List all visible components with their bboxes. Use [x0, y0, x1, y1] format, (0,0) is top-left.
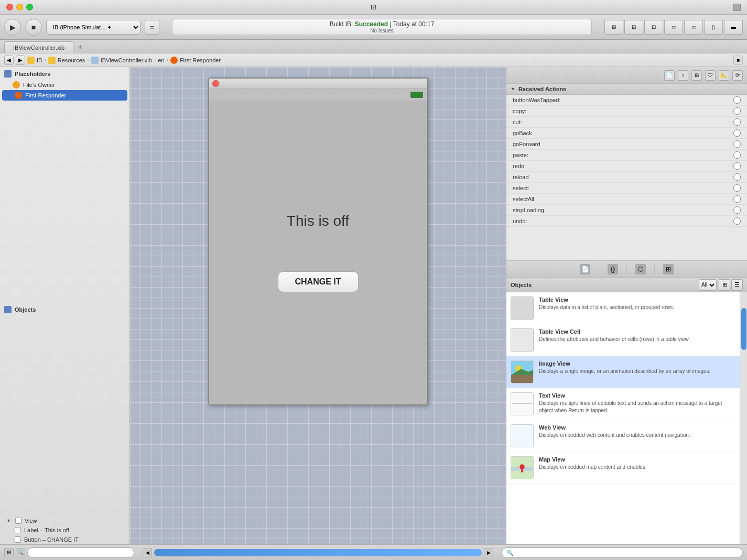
- change-it-button[interactable]: CHANGE IT: [278, 271, 359, 292]
- action-connect-circle[interactable]: [733, 162, 741, 170]
- library-grid-view-btn[interactable]: ⊞: [719, 279, 730, 291]
- left-search-input[interactable]: [27, 547, 134, 558]
- sim-close-button[interactable]: [212, 80, 219, 87]
- view-mode-6[interactable]: ▯: [704, 20, 723, 35]
- action-connect-circle[interactable]: [733, 129, 741, 137]
- canvas-nav-left[interactable]: ◀: [143, 548, 152, 557]
- canvas-nav-right[interactable]: ▶: [484, 548, 493, 557]
- center-status: ◀ ▶: [138, 548, 497, 557]
- view-mode-7[interactable]: ▬: [724, 20, 743, 35]
- library-list-view-btn[interactable]: ☰: [731, 279, 743, 291]
- objects-filter-select[interactable]: All: [699, 279, 717, 291]
- action-row: goBack: [506, 128, 747, 139]
- scheme-selector[interactable]: IB (iPhone Simulat... ✦: [46, 20, 140, 35]
- action-connect-circle[interactable]: [733, 118, 741, 126]
- collapse-button[interactable]: ■: [733, 56, 743, 65]
- right-status: [502, 547, 743, 558]
- build-label: Build IB:: [330, 20, 353, 28]
- breadcrumb-forward[interactable]: ▶: [16, 56, 25, 65]
- action-label: paste:: [513, 152, 733, 158]
- action-connect-circle[interactable]: [733, 184, 741, 192]
- library-items-list: Table View Displays data in a list of pl…: [506, 292, 740, 544]
- library-item-webview[interactable]: Web View Displays embedded web content a…: [506, 420, 740, 452]
- library-grid-btn[interactable]: ⊞: [663, 264, 674, 274]
- view-mode-2[interactable]: ⊟: [624, 20, 643, 35]
- action-row: goForward: [506, 139, 747, 150]
- textview-thumbnail: [511, 392, 534, 415]
- iphone-simulator: This is off CHANGE IT: [208, 78, 428, 405]
- stop-button[interactable]: ■: [25, 19, 42, 36]
- action-label: redo:: [513, 163, 733, 169]
- tableviewcell-thumbnail: [511, 328, 534, 352]
- view-mode-4[interactable]: ▭: [664, 20, 683, 35]
- sidebar-item-files-owner[interactable]: File's Owner: [0, 80, 129, 90]
- action-connect-circle[interactable]: [733, 217, 741, 225]
- inspector-file-btn[interactable]: 📄: [664, 70, 675, 81]
- view-mode-1[interactable]: ⊞: [604, 20, 623, 35]
- sidebar-item-button[interactable]: Button – CHANGE IT: [0, 535, 129, 544]
- action-connect-circle[interactable]: [733, 140, 741, 148]
- label-element[interactable]: This is off: [287, 213, 349, 229]
- library-item-tableview[interactable]: Table View Displays data in a list of pl…: [506, 292, 740, 324]
- view-checkbox[interactable]: [15, 518, 21, 524]
- action-connect-circle[interactable]: [733, 206, 741, 214]
- action-connect-circle[interactable]: [733, 96, 741, 104]
- library-item-desc: Displays a single image, or an animation…: [539, 368, 735, 375]
- resize-handle[interactable]: [733, 4, 741, 11]
- bc-item-resources[interactable]: Resources: [48, 57, 85, 64]
- library-item-textview[interactable]: Text View Displays multiple lines of edi…: [506, 388, 740, 420]
- breadcrumb-back[interactable]: ◀: [4, 56, 14, 65]
- sidebar-item-view[interactable]: ▼ View: [0, 516, 129, 525]
- action-row: cut:: [506, 117, 747, 128]
- objects-icon: [4, 306, 12, 313]
- file-icon: [91, 57, 99, 64]
- scrollbar-thumb[interactable]: [741, 308, 746, 350]
- action-label: copy:: [513, 108, 733, 114]
- sidebar-item-first-responder[interactable]: First Responder: [2, 90, 127, 101]
- inspector-ruler-btn[interactable]: 📐: [719, 70, 729, 81]
- bc-item-ib[interactable]: IB: [27, 57, 42, 64]
- right-search-input[interactable]: [502, 547, 743, 558]
- minimize-button[interactable]: [16, 4, 23, 10]
- sidebar-item-label[interactable]: Label – This is off: [0, 525, 129, 535]
- inspector-grid-btn[interactable]: ⊞: [691, 70, 702, 81]
- action-connect-circle[interactable]: [733, 173, 741, 181]
- play-button[interactable]: ▶: [4, 19, 21, 36]
- library-code-btn[interactable]: {}: [608, 264, 618, 274]
- action-row: buttonWasTapped:: [506, 95, 747, 106]
- label-checkbox[interactable]: [15, 527, 21, 533]
- status-icon-btn[interactable]: ⊞: [4, 548, 14, 557]
- status-search-btn[interactable]: 🔍: [16, 548, 25, 557]
- view-mode-3[interactable]: ⊡: [644, 20, 663, 35]
- action-connect-circle[interactable]: [733, 195, 741, 203]
- objects-section-header: Objects: [0, 101, 129, 516]
- maximize-button[interactable]: [26, 4, 33, 10]
- action-connect-circle[interactable]: [733, 107, 741, 115]
- library-cube-btn[interactable]: ⬡: [635, 264, 646, 274]
- bc-item-en[interactable]: en: [158, 57, 164, 63]
- build-status-panel: Build IB: Succeeded | Today at 00:17 No …: [172, 19, 592, 35]
- tableview-thumbnail: [511, 297, 534, 320]
- action-connect-circle[interactable]: [733, 151, 741, 159]
- add-tab-button[interactable]: +: [75, 41, 84, 53]
- library-item-name: Table View Cell: [539, 328, 735, 335]
- library-item-tableviewcell[interactable]: Table View Cell Defines the attributes a…: [506, 324, 740, 356]
- inspector-arrow-btn[interactable]: ↕: [678, 70, 688, 81]
- library-file-btn[interactable]: 📄: [580, 264, 590, 274]
- button-checkbox[interactable]: [15, 536, 21, 543]
- inspector-shield-btn[interactable]: 🛡: [705, 70, 716, 81]
- status-bar: ⊞ 🔍 ◀ ▶: [0, 544, 747, 560]
- bc-item-xib[interactable]: IBViewController.xib: [91, 57, 152, 64]
- view-mode-5[interactable]: ▭: [684, 20, 703, 35]
- close-button[interactable]: [6, 4, 13, 10]
- tab-xib[interactable]: IBViewController.xib: [4, 41, 73, 53]
- scheme-options-button[interactable]: [145, 20, 159, 35]
- library-item-name: Image View: [539, 360, 735, 367]
- action-label: buttonWasTapped:: [513, 97, 733, 103]
- library-item-imageview[interactable]: Image View Displays a single image, or a…: [506, 356, 740, 388]
- library-item-mapview[interactable]: Map View Displays embedded map content a…: [506, 452, 740, 484]
- received-actions-header: ▼ Received Actions: [506, 84, 747, 95]
- inspector-refresh-btn[interactable]: ⟳: [732, 70, 743, 81]
- library-scrollbar[interactable]: [740, 292, 747, 544]
- bc-item-responder[interactable]: First Responder: [170, 57, 221, 64]
